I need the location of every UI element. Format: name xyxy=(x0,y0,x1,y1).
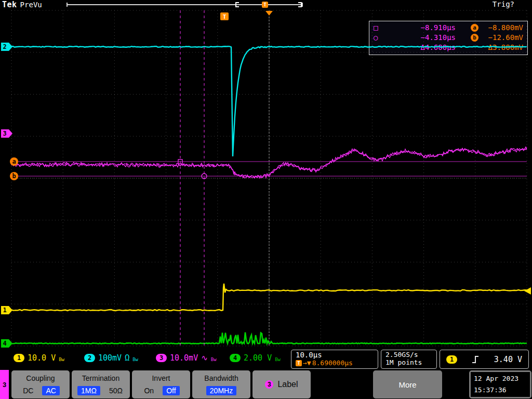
ch2-impedance-flag: Ω xyxy=(125,353,129,363)
ch2-waveform xyxy=(11,46,527,156)
cursor-2-circle-icon: ○ xyxy=(374,33,383,43)
ch4-position-marker[interactable]: 4 xyxy=(1,339,12,348)
cursor-1-square-marker[interactable] xyxy=(178,159,182,164)
expansion-point-icon xyxy=(265,11,273,16)
timebase-readout: 10.0µs T →▼ 8.690000µs xyxy=(291,350,378,369)
record-length: 1M points xyxy=(385,358,432,366)
cursor-a-badge: a xyxy=(471,24,478,32)
ch2-scale-readout[interactable]: 2 100mV Ω Bw xyxy=(84,353,138,363)
trigger-t-label: T xyxy=(223,14,227,20)
cursor-a-amplitude: −8.800mV xyxy=(483,23,523,33)
window-right-bracket xyxy=(298,2,302,7)
cursor-1-time: −8.910µs xyxy=(421,23,456,33)
coupling-button[interactable]: Coupling DC AC xyxy=(11,370,70,398)
cursor-row-2: ○−4.310µs b−12.60mV xyxy=(374,33,523,43)
bandwidth-button[interactable]: Bandwidth 20MHz xyxy=(192,370,250,398)
ch4-marker-label: 4 xyxy=(3,340,6,347)
ch4-waveform xyxy=(11,332,527,344)
ch3-waveform xyxy=(11,147,527,178)
brand-logo: TekPreVu xyxy=(2,0,42,9)
bandwidth-title: Bandwidth xyxy=(192,374,250,382)
trigger-time-marker[interactable]: T xyxy=(220,12,229,20)
ch2-scale: 100mV xyxy=(98,353,122,363)
coupling-ac-option[interactable]: AC xyxy=(42,386,59,395)
cursor-lines[interactable] xyxy=(11,10,527,346)
ch1-badge: 1 xyxy=(14,354,24,362)
ch1-scale: 10.0 V xyxy=(28,353,56,363)
ch4-bandwidth-flag: Bw xyxy=(275,357,281,362)
invert-button[interactable]: Invert On Off xyxy=(132,370,190,398)
ch3-scale: 10.0mV xyxy=(170,353,198,363)
cursor-row-delta: Δ4.600µs Δ3.800mV xyxy=(374,43,523,52)
acquisition-mode: PreVu xyxy=(20,1,42,9)
sample-rate: 2.50GS/s xyxy=(385,351,432,358)
cursor-readout-box: □−8.910µs a−8.800mV ○−4.310µs b−12.60mV … xyxy=(369,21,528,55)
cursor-2-circle-marker[interactable] xyxy=(202,174,207,179)
screen-markers: 2 3 a b 1 4 T xyxy=(1,11,531,348)
cursor-1-square-icon: □ xyxy=(374,23,383,33)
top-status-bar: TekPreVu T Trig? xyxy=(0,0,532,9)
ch1-marker-label: 1 xyxy=(3,307,6,314)
ch4-scale: 2.00 V xyxy=(244,353,272,363)
trigger-level: 3.40 V xyxy=(494,355,522,364)
ch1-waveform xyxy=(11,284,527,311)
delay-readout: T →▼ 8.690000µs xyxy=(296,359,374,367)
record-trigger-t-icon: T xyxy=(262,2,268,8)
more-button[interactable]: More xyxy=(373,370,442,398)
brand-tek: Tek xyxy=(2,0,17,9)
invert-on-option[interactable]: On xyxy=(142,387,155,395)
ch4-badge: 4 xyxy=(230,354,241,362)
channel-menu-tab: 3 xyxy=(0,370,9,399)
delta-amplitude: Δ3.800mV xyxy=(483,43,523,52)
ch4-scale-readout[interactable]: 4 2.00 V Bw xyxy=(230,353,281,363)
cursor-2-time: −4.310µs xyxy=(421,33,456,43)
record-view-indicator[interactable]: T xyxy=(66,2,303,8)
ch1-scale-readout[interactable]: 1 10.0 V Bw xyxy=(14,353,64,363)
ch2-position-marker[interactable]: 2 xyxy=(1,43,12,51)
ch3-bandwidth-flag: Bw xyxy=(211,357,217,362)
cursor-a-level-marker[interactable]: a xyxy=(10,157,18,166)
ch1-bandwidth-flag: Bw xyxy=(59,357,64,362)
menu-bar: 3 Coupling DC AC Termination 1MΩ 50Ω Inv… xyxy=(0,370,532,399)
ch3-position-marker[interactable]: 3 xyxy=(1,129,12,138)
label-channel-badge: 3 xyxy=(265,380,273,389)
date-display: 12 Apr 2023 xyxy=(474,373,527,384)
cursor-b-level-marker[interactable]: b xyxy=(10,172,18,180)
trigger-source-badge: 1 xyxy=(446,355,457,364)
invert-off-option[interactable]: Off xyxy=(163,386,179,395)
ch2-bandwidth-flag: Bw xyxy=(132,357,138,362)
coupling-title: Coupling xyxy=(11,374,70,382)
delay-arrow-icon: →▼ xyxy=(303,359,311,367)
record-start-tick xyxy=(66,3,68,7)
trigger-readout: 1 3.40 V xyxy=(440,350,529,369)
ch3-badge: 3 xyxy=(156,354,167,362)
window-left-bracket xyxy=(235,2,239,7)
termination-50ohm-option[interactable]: 50Ω xyxy=(108,387,124,395)
delta-time: Δ4.600µs xyxy=(421,43,456,52)
cursor-b-marker-label: b xyxy=(12,172,16,180)
delay-value: 8.690000µs xyxy=(312,359,353,367)
datetime-box: 12 Apr 2023 15:37:36 xyxy=(469,370,531,398)
ch3-coupling-flag: ∿ xyxy=(201,353,208,363)
ch3-marker-label: 3 xyxy=(3,130,6,137)
bandwidth-20mhz-option[interactable]: 20MHz xyxy=(206,386,236,395)
cursor-a-marker-label: a xyxy=(12,158,16,165)
coupling-dc-option[interactable]: DC xyxy=(21,387,35,395)
delay-t-icon: T xyxy=(296,360,302,366)
graticule-grid xyxy=(11,10,527,346)
cursor-b-badge: b xyxy=(471,34,478,42)
waveform-display: 2 3 a b 1 4 T xyxy=(0,0,532,399)
acquisition-readout: 2.50GS/s 1M points xyxy=(381,350,437,369)
waveform-traces xyxy=(11,46,527,344)
cursor-b-amplitude: −12.60mV xyxy=(483,33,523,43)
termination-1mohm-option[interactable]: 1MΩ xyxy=(77,386,100,395)
termination-button[interactable]: Termination 1MΩ 50Ω xyxy=(72,370,130,398)
ch1-position-marker[interactable]: 1 xyxy=(1,306,12,314)
label-button[interactable]: 3 Label xyxy=(252,370,311,398)
rising-edge-icon xyxy=(472,355,479,364)
ch2-marker-label: 2 xyxy=(3,43,6,50)
ch3-scale-readout[interactable]: 3 10.0mV ∿ Bw xyxy=(156,353,217,363)
ch2-badge: 2 xyxy=(84,354,95,362)
termination-title: Termination xyxy=(72,374,130,382)
ch3-waveform xyxy=(11,148,527,178)
